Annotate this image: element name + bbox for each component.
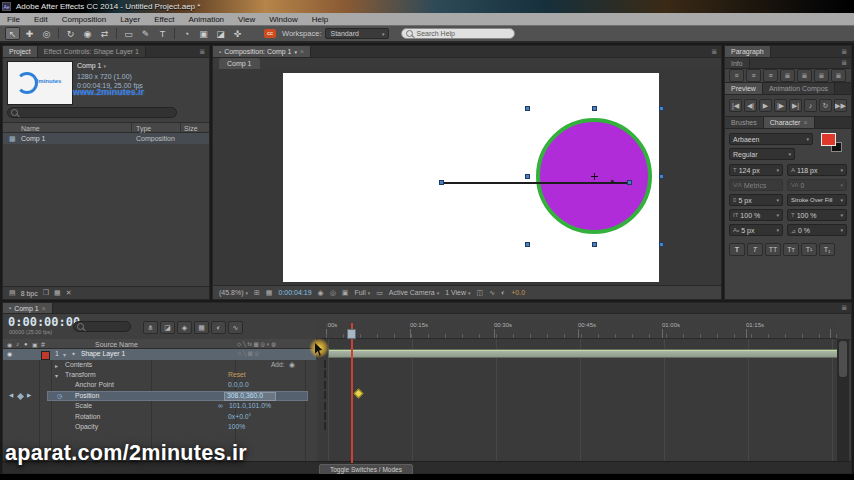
stroke-width-field[interactable]: ≡ 5 px▾ — [729, 194, 783, 206]
property-row-scale[interactable]: Scale ∞ 101.0,101.0% — [3, 401, 316, 411]
path-end-handle[interactable] — [627, 180, 632, 185]
current-time-indicator[interactable] — [351, 323, 353, 463]
new-composition-icon[interactable]: ▦ — [54, 289, 61, 297]
column-name[interactable]: Name — [21, 125, 40, 132]
tab-paragraph[interactable]: Paragraph — [725, 46, 771, 57]
motion-blur-icon[interactable]: ◐ — [211, 321, 226, 334]
path-start-handle[interactable] — [439, 180, 444, 185]
panel-menu-icon[interactable]: ≣ — [707, 46, 721, 57]
menu-edit[interactable]: Edit — [27, 15, 55, 24]
reset-link[interactable]: Reset — [228, 371, 246, 378]
exposure-value[interactable]: +0.0 — [511, 289, 525, 296]
panel-menu-icon[interactable]: ≣ — [837, 58, 851, 68]
eraser-tool[interactable]: ◪ — [213, 27, 228, 40]
eye-icon[interactable]: ◉ — [7, 350, 12, 357]
view-layout-select[interactable]: 1 View ▾ — [445, 289, 470, 296]
time-ruler[interactable]: :00s 00:15s 00:30s 00:45s 01:00s 01:15s — [316, 321, 837, 339]
anchor-point-crosshair[interactable] — [591, 173, 598, 180]
audio-button[interactable]: ♪ — [804, 99, 817, 112]
camera-tool[interactable]: ◉ — [80, 27, 95, 40]
property-label[interactable]: Position — [75, 392, 99, 399]
align-right-icon[interactable]: ≡ — [763, 69, 778, 82]
layer-duration-bar[interactable] — [328, 349, 837, 358]
hide-shy-icon[interactable]: ◈ — [177, 321, 192, 334]
ram-preview-button[interactable]: ▶▶ — [834, 99, 847, 112]
layer-switches[interactable]: ◇ ╲ ▦ ◎ — [237, 350, 259, 356]
kerning-field[interactable]: V⁄A Metrics — [729, 179, 783, 191]
snapshot-icon[interactable]: ◉ — [318, 289, 324, 297]
tab-brushes[interactable]: Brushes — [725, 117, 764, 128]
justify-last-right-icon[interactable]: ≣ — [814, 69, 829, 82]
hand-tool[interactable]: ✚ — [22, 27, 37, 40]
property-row-rotation[interactable]: Rotation 0x+0.0° — [3, 412, 316, 422]
faux-bold-icon[interactable]: T — [729, 243, 745, 256]
font-style-select[interactable]: Regular▾ — [729, 148, 795, 160]
tab-timeline-comp1[interactable]: ▪ Comp 1 × — [3, 303, 53, 313]
twirl-down-icon[interactable]: ▾ — [55, 372, 58, 379]
property-value[interactable]: 101.0,101.0% — [229, 402, 271, 409]
menu-help[interactable]: Help — [305, 15, 335, 24]
font-size-field[interactable]: T 124 px▾ — [729, 164, 783, 176]
twirl-right-icon[interactable]: ▸ — [55, 362, 58, 369]
draft-3d-icon[interactable]: ◪ — [160, 321, 175, 334]
add-property-button[interactable]: ◉ — [289, 361, 295, 369]
selection-tool[interactable]: ↖ — [5, 27, 20, 40]
sync-settings-icon[interactable]: cc — [264, 29, 276, 38]
close-icon[interactable]: × — [42, 305, 46, 312]
timeline-track-area[interactable] — [318, 339, 837, 461]
property-row-contents[interactable]: ▸ Contents Add: ◉ — [3, 360, 316, 370]
grid-icon[interactable]: ▦ — [266, 289, 273, 297]
last-frame-button[interactable]: ▶| — [789, 99, 802, 112]
type-tool[interactable]: T — [155, 27, 170, 40]
brush-tool[interactable]: ◔ — [179, 27, 194, 40]
next-keyframe-icon[interactable]: ▶ — [27, 392, 31, 398]
stroke-style-select[interactable]: Stroke Over Fill▾ — [787, 194, 847, 206]
play-button[interactable]: ▶ — [759, 99, 772, 112]
faux-italic-icon[interactable]: T — [747, 243, 763, 256]
current-time-indicator-head[interactable] — [347, 329, 356, 339]
column-size[interactable]: Size — [184, 125, 206, 132]
fill-stroke-swatches[interactable] — [821, 133, 847, 159]
property-label[interactable]: Contents — [65, 361, 92, 368]
panel-menu-icon[interactable]: ≣ — [837, 46, 851, 57]
composition-canvas[interactable]: ▸ — [283, 73, 659, 282]
column-type[interactable]: Type — [136, 125, 151, 132]
justify-last-center-icon[interactable]: ≣ — [797, 69, 812, 82]
horizontal-scale-field[interactable]: T 100 %▾ — [787, 209, 847, 221]
comp-timecode[interactable]: 0:00:04:19 — [278, 289, 311, 296]
timeline-vertical-scrollbar[interactable] — [837, 339, 849, 461]
property-label[interactable]: Anchor Point — [75, 381, 114, 388]
property-value[interactable]: 0x+0.0° — [228, 413, 251, 420]
timeline-search-input[interactable] — [73, 321, 131, 332]
exposure-icon[interactable]: ◐ — [501, 289, 505, 296]
tab-project[interactable]: Project — [3, 46, 38, 57]
align-left-icon[interactable]: ≡ — [729, 69, 744, 82]
keyframe-toggle-icon[interactable] — [17, 393, 24, 400]
layer-row-shape-layer-1[interactable]: ◉ 1 ▾ ✦ Shape Layer 1 ◇ ╲ ▦ ◎ — [3, 349, 316, 360]
viewer-tab-comp1[interactable]: Comp 1 — [219, 58, 260, 69]
close-icon[interactable]: × — [803, 119, 807, 126]
prev-frame-button[interactable]: ◀| — [744, 99, 757, 112]
menu-composition[interactable]: Composition — [55, 15, 113, 24]
menu-file[interactable]: File — [0, 15, 27, 24]
loop-button[interactable]: ↻ — [819, 99, 832, 112]
clone-stamp-tool[interactable]: ▣ — [196, 27, 211, 40]
region-of-interest-icon[interactable]: ▭ — [376, 289, 383, 297]
show-snapshot-icon[interactable]: ◎ — [330, 289, 336, 297]
comp-viewer[interactable]: ▸ — [213, 69, 721, 287]
next-frame-button[interactable]: |▶ — [774, 99, 787, 112]
new-folder-icon[interactable]: ❒ — [43, 289, 49, 297]
interpret-footage-icon[interactable]: ▤ — [9, 289, 16, 297]
tab-animation-composer[interactable]: Animation Compos — [763, 83, 835, 94]
puppet-pin-tool[interactable]: ✜ — [230, 27, 245, 40]
subscript-icon[interactable]: T₁ — [819, 243, 835, 256]
tab-character[interactable]: Character× — [764, 117, 815, 128]
layer-name[interactable]: Shape Layer 1 — [81, 350, 125, 357]
project-color-depth[interactable]: 8 bpc — [21, 290, 38, 297]
graph-editor-icon[interactable]: ∿ — [228, 321, 243, 334]
twirl-down-icon[interactable]: ▾ — [63, 351, 66, 358]
font-family-select[interactable]: Arbaeen▾ — [729, 133, 813, 145]
magnification-select[interactable]: (45.8%) ▾ — [219, 289, 248, 296]
justify-last-left-icon[interactable]: ≣ — [780, 69, 795, 82]
baseline-shift-field[interactable]: Aₐ 5 px▾ — [729, 224, 783, 236]
